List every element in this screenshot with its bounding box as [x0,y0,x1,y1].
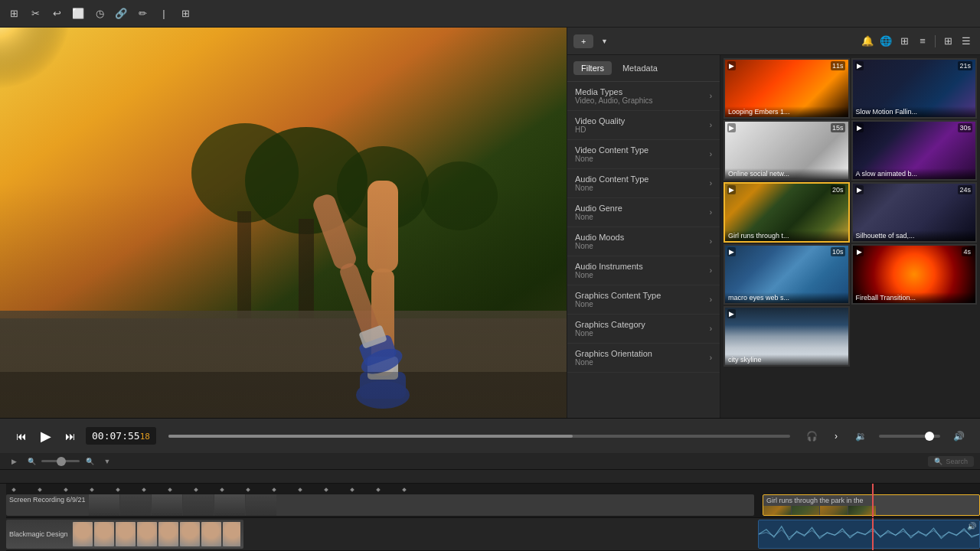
grid-icon[interactable]: ⊞ [897,34,912,49]
cut-icon[interactable]: ✂ [28,6,43,21]
filter-arrow-icon: › [710,121,712,129]
filter-arrow-icon: › [710,208,712,217]
keyframe [298,487,302,492]
zoom-in-icon[interactable]: 🔍 [82,454,97,469]
media-grid: ▶ 11s Looping Embers 1... ▶ 21s Slow Mot… [720,55,980,418]
bottom-area: ⏮ ▶ ⏭ 00:07:5518 🎧 › 🔉 🔊 ▶ 🔍 🔍 [0,418,980,551]
filter-audio-moods[interactable]: Audio Moods None › [567,227,720,256]
main-area: + ▼ 🔔 🌐 ⊞ ≡ ⊞ ☰ Filters Metadata [0,28,980,418]
filter-audio-content-value: None [575,184,648,192]
list-icon[interactable]: ≡ [915,34,930,49]
media-thumb-city[interactable]: ▶ city skyline [724,306,850,367]
video-clip-girl-runs[interactable]: Girl runs through the park in the [763,494,980,516]
trim-icon[interactable]: | [156,6,172,21]
filter-audio-instruments[interactable]: Audio Instruments None › [567,256,720,285]
zoom-options-icon[interactable]: ▼ [100,454,115,469]
filter-arrow-icon: › [710,179,712,187]
audio-waveform-clip[interactable]: 🔊 [758,520,980,549]
thumb-label: Slow Motion Fallin... [853,106,976,117]
add-toolbar-group: + ▼ [573,34,612,49]
filter-audio-genre[interactable]: Audio Genre None › [567,198,720,227]
video-overlay [0,184,567,418]
volume-slider[interactable] [879,435,940,438]
search-box[interactable]: 🔍 Search [928,456,974,467]
filter-arrow-icon: › [710,295,712,304]
thumb-label: Fireball Transition... [853,292,976,303]
media-thumb-fireball[interactable]: ▶ 4s Fireball Transition... [851,244,978,305]
progress-bar[interactable] [168,435,790,438]
list-view-icon[interactable]: ☰ [959,34,974,49]
zoom-slider[interactable] [41,460,80,462]
pen-icon[interactable]: ✏ [135,6,150,21]
play-button[interactable]: ▶ [37,427,55,445]
video-icon: ▶ [855,185,864,194]
filter-media-types[interactable]: Media Types Video, Audio, Graphics › [567,82,720,111]
media-thumb-looping-embers[interactable]: ▶ 11s Looping Embers 1... [724,58,850,119]
keyframes-row [6,485,980,494]
connect-icon[interactable]: ⊞ [178,6,193,21]
media-thumb-slow-motion[interactable]: ▶ 21s Slow Motion Fallin... [851,58,978,119]
thumb-duration: 24s [958,185,972,194]
thumb-label: Online social netw... [725,168,848,179]
dropdown-arrow-icon[interactable]: ▼ [596,34,612,49]
timestamp-row: 00:06:25:00 00:06:30:00 00:06:35:00 00:0… [0,470,980,484]
zoom-controls: ▶ 🔍 🔍 ▼ [6,454,115,469]
right-panel: + ▼ 🔔 🌐 ⊞ ≡ ⊞ ☰ Filters Metadata [567,28,980,418]
keyframe [324,487,328,492]
video-icon: ▶ [855,61,864,70]
filter-graphics-orientation[interactable]: Graphics Orientation None › [567,344,720,373]
filter-arrow-icon: › [710,150,712,158]
filter-audio-genre-value: None [575,213,622,221]
fullscreen-icon[interactable]: ⬜ [70,6,86,21]
media-thumb-macro-eyes[interactable]: ▶ 10s macro eyes web s... [724,244,850,305]
keyframe [38,487,42,492]
bmd-track: Blackmagic Design [6,518,980,551]
clock-icon[interactable]: ◷ [92,6,107,21]
grid-view-icon[interactable]: ⊞ [940,34,956,49]
search-icon: 🔍 [934,458,942,465]
bmd-clip[interactable]: Blackmagic Design [6,520,243,549]
filters-tab[interactable]: Filters [573,61,612,75]
media-thumb-silhouette[interactable]: ▶ 24s Silhouette of sad,... [851,182,978,243]
filter-audio-moods-label: Audio Moods [575,233,624,242]
top-toolbar: ⊞ ✂ ↩ ⬜ ◷ 🔗 ✏ | ⊞ [0,0,980,28]
video-icon: ▶ [855,123,864,132]
thumb-duration: 30s [958,123,972,132]
zoom-control-icon[interactable]: ▶ [6,454,21,469]
media-pool-icon[interactable]: ⊞ [6,6,21,21]
link-icon[interactable]: 🔗 [113,6,129,21]
media-thumb-slow-animated[interactable]: ▶ 30s A slow animated b... [851,120,978,181]
video-clip-label: Screen Recording 6/9/21 [6,494,89,516]
thumb-label: A slow animated b... [853,168,976,179]
thumb-duration: 4s [962,247,972,256]
filter-video-content-type[interactable]: Video Content Type None › [567,140,720,169]
forward-icon[interactable]: › [827,427,845,445]
thumb-label: macro eyes web s... [725,292,848,303]
filter-graphics-category[interactable]: Graphics Category None › [567,315,720,344]
undo-icon[interactable]: ↩ [49,6,64,21]
video-icon: ▶ [727,185,736,194]
add-button[interactable]: + [573,34,593,48]
headphones-icon[interactable]: 🎧 [802,427,821,445]
keyframe [402,487,407,492]
video-icon: ▶ [727,123,736,132]
timecode-display: 00:07:5518 [86,427,156,445]
filter-graphics-content-type[interactable]: Graphics Content Type None › [567,285,720,315]
bell-icon[interactable]: 🔔 [860,34,875,49]
search-globe-icon[interactable]: 🌐 [878,34,893,49]
filter-graphics-orientation-label: Graphics Orientation [575,349,652,358]
video-clip-main[interactable]: Screen Recording 6/9/21 [6,494,754,516]
filter-video-quality[interactable]: Video Quality HD › [567,111,720,140]
filter-arrow-icon: › [710,237,712,246]
zoom-out-icon[interactable]: 🔍 [24,454,39,469]
thumbnail-strip [89,494,754,516]
media-thumb-girl-runs[interactable]: ▶ 20s Girl runs through t... [724,182,850,243]
filter-audio-content-label: Audio Content Type [575,174,648,184]
right-toolbar-icons: 🔔 🌐 ⊞ ≡ ⊞ ☰ [860,34,974,49]
media-thumb-online-social[interactable]: ▶ 15s Online social netw... [724,120,850,181]
thumb-duration: 21s [958,61,972,70]
skip-back-button[interactable]: ⏮ [12,427,31,445]
filter-audio-content-type[interactable]: Audio Content Type None › [567,169,720,198]
metadata-tab[interactable]: Metadata [615,61,665,75]
skip-forward-button[interactable]: ⏭ [61,427,80,445]
